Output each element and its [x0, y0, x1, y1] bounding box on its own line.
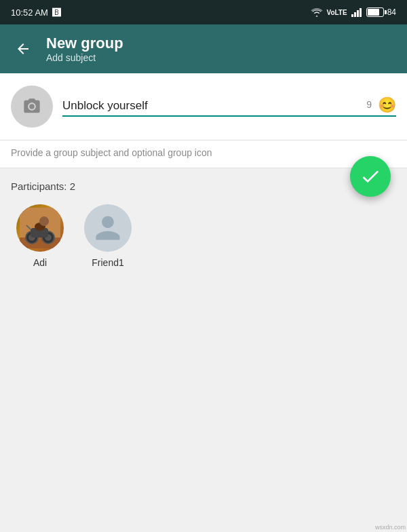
watermark: wsxdn.com	[375, 524, 406, 531]
friend1-avatar	[84, 204, 132, 252]
char-count: 9	[366, 99, 372, 110]
hint-text: Provide a group subject and optional gro…	[0, 140, 407, 168]
svg-rect-1	[354, 12, 356, 17]
status-bar-right: VoLTE 84	[311, 7, 396, 17]
camera-icon	[22, 97, 41, 116]
volte-icon: VoLTE	[326, 9, 347, 16]
svg-point-12	[39, 216, 49, 226]
app-bar-subtitle: Add subject	[46, 52, 123, 63]
battery-icon	[366, 7, 384, 17]
app-bar-title-section: New group Add subject	[46, 35, 123, 63]
group-name-input[interactable]	[62, 96, 396, 117]
status-bar-left: 10:52 AM 🅱	[11, 7, 61, 18]
check-icon	[360, 166, 381, 187]
svg-rect-3	[360, 8, 362, 17]
svg-rect-2	[357, 10, 359, 17]
adi-name: Adi	[33, 257, 47, 268]
app-bar-title: New group	[46, 35, 123, 52]
participant-adi: Adi	[16, 204, 64, 268]
person-icon	[93, 213, 123, 243]
signal-icon	[351, 7, 363, 17]
participants-label: Participants: 2	[11, 180, 396, 192]
notification-icon: 🅱	[52, 7, 61, 18]
adi-photo	[20, 208, 60, 248]
back-button[interactable]	[11, 37, 35, 61]
group-name-input-area: 9 😊	[62, 96, 396, 117]
group-icon-button[interactable]	[11, 86, 53, 128]
status-bar: 10:52 AM 🅱 VoLTE 84	[0, 0, 407, 24]
emoji-button[interactable]: 😊	[378, 96, 396, 114]
subject-section: 9 😊	[0, 73, 407, 140]
time-display: 10:52 AM	[11, 7, 48, 18]
participants-list: Adi Friend1	[11, 204, 396, 268]
confirm-fab[interactable]	[350, 156, 391, 197]
friend1-name: Friend1	[92, 257, 123, 268]
adi-avatar	[16, 204, 64, 252]
wifi-icon	[311, 7, 323, 17]
app-bar: New group Add subject	[0, 24, 407, 73]
participant-friend1: Friend1	[84, 204, 132, 268]
battery-level: 84	[387, 7, 396, 17]
svg-rect-0	[351, 14, 353, 17]
participants-section: Participants: 2	[0, 168, 407, 275]
